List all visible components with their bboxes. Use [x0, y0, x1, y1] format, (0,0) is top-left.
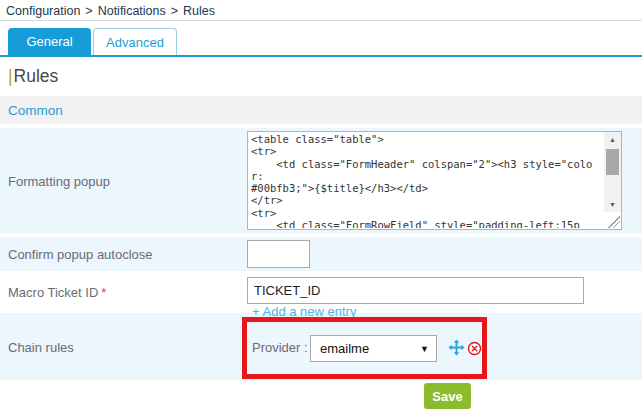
header-divider	[0, 20, 642, 21]
tab-advanced-label: Advanced	[106, 35, 164, 50]
breadcrumb-separator: >	[171, 4, 178, 18]
formatting-popup-code: <table class="table"> <tr> <td class="Fo…	[251, 133, 601, 228]
notification-rules-page: Configuration>Notifications>Rules Genera…	[0, 0, 642, 413]
confirm-autoclose-label: Confirm popup autoclose	[8, 247, 153, 262]
page-title-text: Rules	[14, 66, 59, 86]
formatting-popup-textarea[interactable]: <table class="table"> <tr> <td class="Fo…	[247, 131, 622, 230]
macro-ticket-id-input[interactable]	[247, 277, 584, 304]
scrollbar-thumb[interactable]	[606, 149, 619, 175]
scroll-up-icon[interactable]: ▲	[604, 132, 621, 147]
row-confirm-autoclose: Confirm popup autoclose	[0, 237, 642, 271]
breadcrumb-configuration[interactable]: Configuration	[6, 4, 80, 18]
breadcrumb-separator: >	[85, 4, 92, 18]
provider-label: Provider :	[252, 340, 308, 355]
chain-rules-label: Chain rules	[8, 339, 74, 354]
save-button[interactable]: Save	[424, 383, 471, 409]
provider-select-value: emailme	[320, 341, 420, 356]
page-title-prefix: |	[8, 66, 13, 86]
add-new-entry-link[interactable]: + Add a new entry	[252, 304, 356, 319]
macro-ticket-id-label: Macro Ticket ID*	[8, 285, 106, 300]
provider-select[interactable]: emailme ▼	[310, 335, 437, 362]
required-marker: *	[101, 285, 106, 300]
tab-general-label: General	[26, 34, 72, 49]
move-entry-icon[interactable]	[448, 339, 465, 356]
breadcrumb: Configuration>Notifications>Rules	[6, 4, 215, 18]
scroll-down-icon[interactable]: ▼	[604, 197, 621, 212]
breadcrumb-rules[interactable]: Rules	[183, 4, 215, 18]
formatting-popup-label: Formatting popup	[8, 173, 110, 188]
confirm-autoclose-input[interactable]	[247, 240, 310, 268]
section-header-label: Common	[8, 103, 63, 118]
tab-underline	[0, 55, 642, 57]
section-header-common: Common	[0, 96, 642, 124]
resize-grip-icon[interactable]	[608, 216, 620, 228]
tab-general[interactable]: General	[8, 28, 91, 55]
tab-advanced[interactable]: Advanced	[93, 28, 177, 55]
textarea-scrollbar[interactable]: ▲ ▼	[604, 132, 621, 212]
chevron-down-icon: ▼	[420, 344, 429, 354]
breadcrumb-notifications[interactable]: Notifications	[98, 4, 166, 18]
delete-entry-icon[interactable]	[467, 341, 482, 356]
page-title: |Rules	[8, 66, 58, 87]
